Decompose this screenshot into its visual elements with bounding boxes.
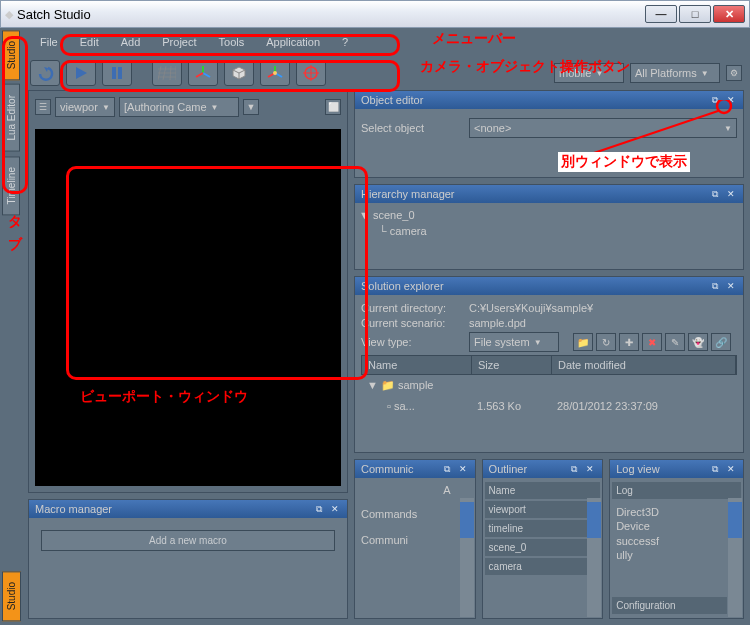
view-icon[interactable]: ☰ — [35, 99, 51, 115]
config-button[interactable]: Configuration — [612, 597, 727, 614]
svg-point-15 — [273, 71, 277, 75]
side-tabs: Studio Lua Editor Timeline Studio — [0, 28, 22, 625]
close-panel-icon[interactable]: ✕ — [329, 503, 341, 515]
menu-tools[interactable]: Tools — [209, 32, 255, 52]
close-panel-icon[interactable]: ✕ — [584, 463, 596, 475]
select-object-label: Select object — [361, 122, 461, 134]
tree-node[interactable]: ▼ scene_0 — [359, 207, 739, 223]
undo-button[interactable] — [30, 60, 60, 86]
link-icon[interactable]: 🔗 — [711, 333, 731, 351]
solution-title: Solution explorer — [361, 280, 444, 292]
table-row[interactable]: ▫ sa... 1.563 Ko 28/01/2012 23:37:09 — [361, 396, 737, 416]
undock-icon[interactable]: ⧉ — [709, 463, 721, 475]
scenario-label: Current scenario: — [361, 317, 461, 329]
app-icon: ◆ — [5, 8, 13, 21]
target-button[interactable] — [296, 60, 326, 86]
platform-combo[interactable]: All Platforms▼ — [630, 63, 720, 83]
dir-value: C:¥Users¥Kouji¥sample¥ — [469, 302, 593, 314]
menubar: File Edit Add Project Tools Application … — [22, 28, 750, 56]
scrollbar[interactable] — [460, 498, 474, 617]
vp-max-icon[interactable]: ⬜ — [325, 99, 341, 115]
svg-line-11 — [196, 73, 203, 77]
axis-button[interactable] — [188, 60, 218, 86]
undock-icon[interactable]: ⧉ — [441, 463, 453, 475]
tab-timeline[interactable]: Timeline — [2, 156, 20, 215]
toolbar: mobile▼ All Platforms▼ ⚙ — [22, 56, 750, 90]
settings-icon[interactable]: ⚙ — [726, 65, 742, 81]
menu-project[interactable]: Project — [152, 32, 206, 52]
tree-node[interactable]: └ camera — [359, 223, 739, 239]
vp-opt-icon[interactable]: ▼ — [243, 99, 259, 115]
viewtype-combo[interactable]: File system▼ — [469, 332, 559, 352]
ghost-icon[interactable]: 👻 — [688, 333, 708, 351]
svg-line-7 — [170, 66, 171, 80]
axis2-button[interactable] — [260, 60, 290, 86]
object-editor-title: Object editor — [361, 94, 423, 106]
tab-studio[interactable]: Studio — [2, 30, 20, 80]
list-item[interactable]: viewport — [485, 501, 601, 518]
delete-icon[interactable]: ✖ — [642, 333, 662, 351]
dir-label: Current directory: — [361, 302, 461, 314]
column-header: Name — [485, 482, 601, 499]
play-button[interactable] — [66, 60, 96, 86]
titlebar: ◆ Satch Studio — □ ✕ — [0, 0, 750, 28]
menu-add[interactable]: Add — [111, 32, 151, 52]
window-title: Satch Studio — [17, 7, 91, 22]
viewtype-label: View type: — [361, 336, 461, 348]
undock-icon[interactable]: ⧉ — [313, 503, 325, 515]
select-object-combo[interactable]: <none>▼ — [469, 118, 737, 138]
menu-application[interactable]: Application — [256, 32, 330, 52]
menu-help[interactable]: ? — [332, 32, 358, 52]
table-row[interactable]: ▼ 📁 sample — [361, 375, 737, 396]
scrollbar[interactable] — [587, 498, 601, 617]
list-item[interactable]: timeline — [485, 520, 601, 537]
comm-row: Commands — [361, 508, 469, 520]
list-item[interactable]: scene_0 — [485, 539, 601, 556]
undock-icon[interactable]: ⧉ — [709, 94, 721, 106]
refresh-icon[interactable]: ↻ — [596, 333, 616, 351]
maximize-button[interactable]: □ — [679, 5, 711, 23]
log-line: Device — [616, 519, 737, 533]
log-line: successf — [616, 534, 737, 548]
viewport[interactable] — [35, 129, 341, 486]
comm-title: Communic — [361, 463, 414, 475]
pause-button[interactable] — [102, 60, 132, 86]
scrollbar[interactable] — [728, 498, 742, 617]
scenario-value: sample.dpd — [469, 317, 526, 329]
comm-row: Communi — [361, 534, 469, 546]
log-line: Direct3D — [616, 505, 737, 519]
close-panel-icon[interactable]: ✕ — [725, 280, 737, 292]
minimize-button[interactable]: — — [645, 5, 677, 23]
close-panel-icon[interactable]: ✕ — [725, 463, 737, 475]
close-button[interactable]: ✕ — [713, 5, 745, 23]
undock-icon[interactable]: ⧉ — [568, 463, 580, 475]
add-macro-button[interactable]: Add a new macro — [41, 530, 335, 551]
svg-rect-1 — [118, 67, 122, 79]
column-header: Log — [612, 482, 741, 499]
grid-button[interactable] — [152, 60, 182, 86]
mobile-combo[interactable]: mobile▼ — [554, 63, 624, 83]
cube-button[interactable] — [224, 60, 254, 86]
menu-file[interactable]: File — [30, 32, 68, 52]
close-panel-icon[interactable]: ✕ — [457, 463, 469, 475]
close-panel-icon[interactable]: ✕ — [725, 94, 737, 106]
svg-line-10 — [203, 73, 210, 77]
comm-row: A — [361, 484, 469, 496]
log-title: Log view — [616, 463, 659, 475]
file-table-header: Name Size Date modified — [361, 355, 737, 375]
tab-studio-bottom[interactable]: Studio — [2, 571, 21, 621]
outliner-title: Outliner — [489, 463, 528, 475]
camera-combo[interactable]: [Authoring Came▼ — [119, 97, 239, 117]
viewport-combo[interactable]: viewpor▼ — [55, 97, 115, 117]
new-icon[interactable]: ✚ — [619, 333, 639, 351]
menu-edit[interactable]: Edit — [70, 32, 109, 52]
hierarchy-title: Hierarchy manager — [361, 188, 455, 200]
edit-icon[interactable]: ✎ — [665, 333, 685, 351]
macro-title: Macro manager — [35, 503, 112, 515]
close-panel-icon[interactable]: ✕ — [725, 188, 737, 200]
list-item[interactable]: camera — [485, 558, 601, 575]
tab-lua-editor[interactable]: Lua Editor — [2, 84, 20, 152]
undock-icon[interactable]: ⧉ — [709, 188, 721, 200]
folder-icon[interactable]: 📁 — [573, 333, 593, 351]
undock-icon[interactable]: ⧉ — [709, 280, 721, 292]
